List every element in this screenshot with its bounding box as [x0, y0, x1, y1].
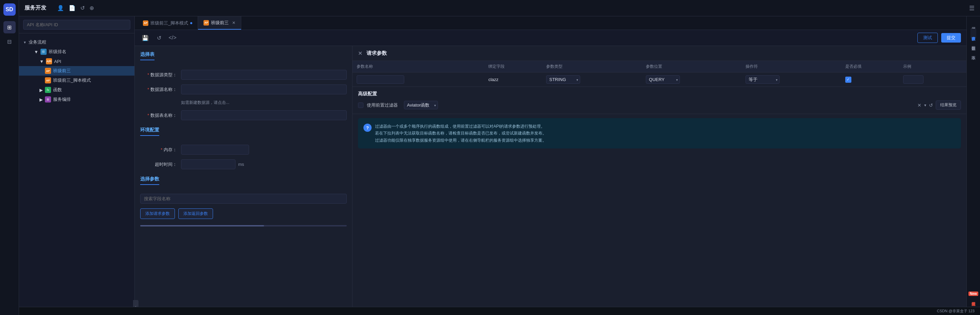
- filter-refresh-icon[interactable]: ↺: [929, 102, 933, 108]
- right-panel: ✕ 请求参数 参数名称 绑定字段 参数类型: [353, 46, 966, 307]
- split-content: 选择表 * 数据源类型： MySQL * 数据源名称：: [135, 46, 966, 307]
- refresh-icon[interactable]: ↺: [80, 5, 85, 11]
- class-top3-script-label: 班级前三_脚本模式: [53, 77, 91, 83]
- api-script-badge: AP: [45, 77, 51, 83]
- timeout-unit: ms: [238, 162, 244, 167]
- param-operator-select[interactable]: 等于 不等于 大于 小于: [746, 75, 780, 84]
- tab-script-mode[interactable]: AP 班级前三_脚本模式: [137, 16, 198, 30]
- search-input[interactable]: [23, 20, 130, 30]
- chevron-down-icon: ▼: [23, 40, 27, 44]
- body-area: ▼ 业务流程 ▼ 排 班级排名 ▼ API API: [19, 16, 980, 307]
- header-icons: 👤 📄 ↺ ⊕: [57, 5, 94, 11]
- filter-function-select[interactable]: Aviator函数: [404, 101, 438, 109]
- file-icon[interactable]: 📄: [69, 5, 76, 11]
- app-title: 服务开发: [24, 5, 46, 11]
- tab-label-2: 班级前三: [211, 20, 229, 26]
- filter-clear-icon[interactable]: ✕: [917, 102, 921, 108]
- plus-icon[interactable]: ⊕: [89, 5, 94, 11]
- left-panel: ▼ 业务流程 ▼ 排 班级排名 ▼ API API: [19, 16, 135, 307]
- col-header-position: 参数位置: [642, 61, 741, 72]
- result-preview-button[interactable]: 结果预览: [936, 101, 961, 110]
- form-row-memory: * 内存： 4096M: [140, 145, 347, 155]
- service-group-tab[interactable]: 服务资源组: [970, 297, 976, 300]
- tree-item-rank[interactable]: ▼ 排 班级排名: [19, 47, 134, 56]
- table-name-input[interactable]: clazz_top3: [181, 110, 347, 120]
- sidebar-icon-home[interactable]: ⊞: [3, 21, 16, 34]
- param-type-select[interactable]: STRING INTEGER BOOLEAN: [546, 75, 580, 84]
- col-header-example: 示例: [899, 61, 966, 72]
- param-position-cell: QUERY PATH BODY: [642, 72, 741, 87]
- search-params-input[interactable]: [140, 194, 347, 204]
- refresh-button[interactable]: ↺: [154, 33, 164, 43]
- save-button[interactable]: 💾: [140, 33, 150, 43]
- new-badge: New: [969, 291, 978, 296]
- code-button[interactable]: </>: [167, 33, 178, 43]
- tree-item-api-folder[interactable]: ▼ API API: [19, 56, 134, 66]
- tab-request-params[interactable]: 请求参数: [970, 29, 976, 38]
- tab-attributes[interactable]: 属性: [970, 19, 976, 29]
- save-icon: 💾: [142, 35, 149, 41]
- tree-section-header-business[interactable]: ▼ 业务流程: [19, 37, 134, 47]
- form-row-search-params: [140, 194, 347, 204]
- datasource-name-input[interactable]: aliyun_mysql: [181, 85, 347, 94]
- memory-input[interactable]: 4096M: [181, 145, 249, 155]
- center-area: AP 班级前三_脚本模式 AP 班级前三 ✕ 💾 ↺: [135, 16, 966, 307]
- advanced-title: 高级配置: [358, 91, 961, 97]
- col-header-name: 参数名称: [353, 61, 484, 72]
- timeout-label: 超时时间：: [140, 161, 181, 168]
- filter-checkbox[interactable]: [358, 102, 363, 108]
- close-tab-button[interactable]: ✕: [232, 21, 235, 25]
- test-button[interactable]: 测试: [917, 33, 938, 43]
- tab-bar: AP 班级前三_脚本模式 AP 班级前三 ✕: [135, 16, 966, 30]
- filter-row: 使用前置过滤器 Aviator函数 ✕ ▾ ↺: [358, 101, 961, 110]
- search-bar: [19, 16, 134, 34]
- tree-item-class-top3[interactable]: AP 班级前三: [19, 66, 134, 75]
- datasource-type-label: * 数据源类型：: [140, 72, 181, 78]
- close-params-button[interactable]: ✕: [358, 50, 363, 56]
- param-example-cell: [899, 72, 966, 87]
- col-header-required: 是否必填: [841, 61, 899, 72]
- tab-return-params[interactable]: 返回参数: [970, 38, 976, 48]
- filter-dropdown-icon[interactable]: ▾: [924, 103, 926, 108]
- timeout-input[interactable]: 10000: [181, 159, 235, 169]
- add-request-param-button[interactable]: 添加请求参数: [140, 208, 175, 219]
- form-row-datasource-type: * 数据源类型： MySQL: [140, 70, 347, 80]
- memory-label: * 内存：: [140, 147, 181, 153]
- form-row-timeout: 超时时间： 10000 ms: [140, 159, 347, 169]
- section-title-env: 环境配置: [140, 127, 159, 136]
- api-badge: API: [46, 58, 52, 64]
- collapse-panel-arrow[interactable]: ‹: [133, 300, 138, 307]
- chevron-down-icon-api: ▼: [40, 59, 44, 64]
- schedule-badge: ⊞: [45, 96, 51, 102]
- menu-icon[interactable]: ☰: [969, 5, 975, 12]
- add-return-param-button[interactable]: 添加返回参数: [178, 208, 213, 219]
- user-icon[interactable]: 👤: [57, 5, 64, 11]
- submit-button[interactable]: 提交: [941, 33, 961, 43]
- tab-version[interactable]: 版本: [970, 48, 976, 57]
- param-position-select[interactable]: QUERY PATH BODY: [646, 75, 680, 84]
- filter-label: 使用前置过滤器: [367, 102, 398, 108]
- datasource-type-input[interactable]: MySQL: [181, 70, 347, 80]
- tab-class-top3[interactable]: AP 班级前三 ✕: [198, 16, 241, 30]
- rank-badge: 排: [40, 49, 47, 55]
- section-title-select-table: 选择表: [140, 51, 154, 60]
- params-header: ✕ 请求参数: [353, 46, 966, 61]
- tree-item-class-top3-script[interactable]: AP 班级前三_脚本模式: [19, 75, 134, 85]
- col-header-operator: 操作符: [741, 61, 841, 72]
- datasource-hint: 如需新建数据源，请点击...: [181, 100, 229, 106]
- params-title: 请求参数: [366, 50, 387, 56]
- param-example-input[interactable]: [903, 75, 924, 84]
- sidebar-icon-grid[interactable]: ⊟: [3, 35, 16, 48]
- api-folder-label: API: [54, 59, 61, 64]
- param-name-input[interactable]: clazz: [356, 75, 404, 84]
- tree-item-func[interactable]: ▶ fx 函数: [19, 85, 134, 95]
- param-required-checkbox[interactable]: ✓: [845, 77, 851, 83]
- form-row-table-name: * 数据表名称： clazz_top3: [140, 110, 347, 120]
- new-service-group: New 服务资源组: [969, 291, 978, 300]
- right-tabs: 属性 请求参数 返回参数 版本 New 服务资源组: [966, 16, 980, 307]
- info-text: 过滤器由一个或多个顺序执行的函数组成，使用前置过滤器可以对API的请求参数进行预…: [375, 123, 546, 144]
- tab-label-1: 班级前三_脚本模式: [150, 20, 188, 26]
- tree-item-schedule[interactable]: ▶ ⊞ 服务编排: [19, 95, 134, 104]
- tab-api-icon-2: AP: [204, 20, 209, 26]
- class-top3-label: 班级前三: [53, 68, 71, 74]
